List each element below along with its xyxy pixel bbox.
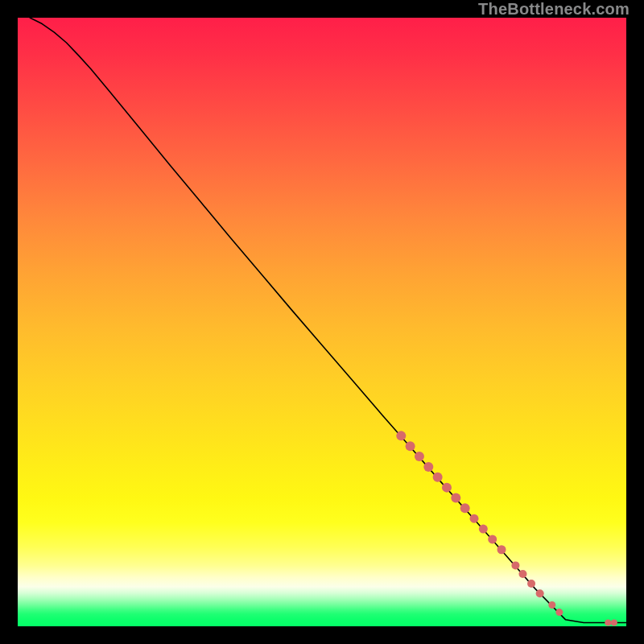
- marker-point: [555, 609, 563, 616]
- marker-point: [451, 493, 460, 502]
- marker-point: [605, 619, 611, 625]
- marker-point: [415, 452, 424, 461]
- marker-point: [527, 580, 535, 588]
- marker-point: [396, 431, 406, 440]
- marker-point: [442, 483, 452, 493]
- marker-point: [497, 545, 506, 554]
- marker-point: [518, 570, 526, 578]
- marker-point: [470, 514, 479, 523]
- marker-point: [611, 619, 617, 625]
- marker-point: [511, 561, 519, 569]
- chart-stage: TheBottleneck.com: [0, 0, 644, 644]
- marker-point: [488, 535, 497, 543]
- marker-point: [479, 525, 488, 534]
- marker-point: [433, 473, 443, 482]
- watermark-text: TheBottleneck.com: [478, 0, 630, 19]
- marker-point: [423, 462, 433, 472]
- marker-point: [548, 601, 555, 609]
- marker-point: [460, 503, 470, 513]
- main-curve: [30, 18, 626, 622]
- metric-overlay: [18, 18, 626, 626]
- marker-point: [536, 589, 544, 597]
- marker-group: [396, 431, 617, 625]
- marker-point: [406, 441, 415, 451]
